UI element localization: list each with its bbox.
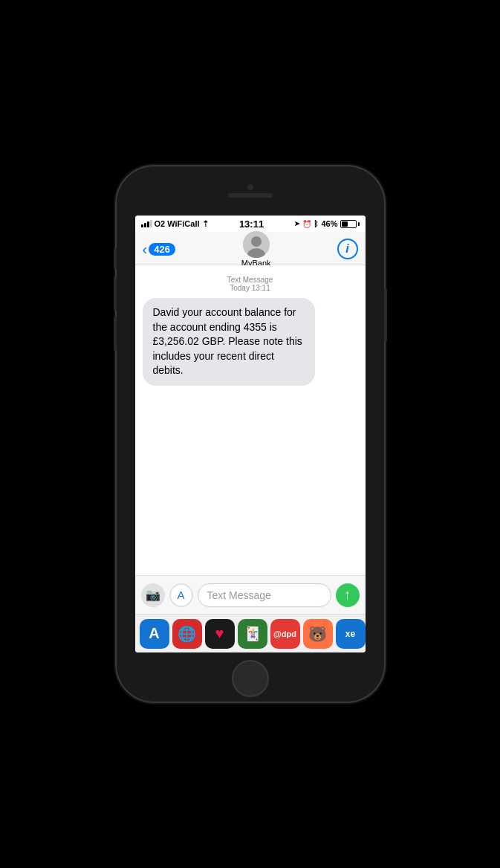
message-time-label: Today 13:11 <box>143 284 358 292</box>
home-button[interactable] <box>232 660 269 697</box>
volume-down-button[interactable] <box>114 317 117 351</box>
message-type-label: Text Message <box>143 276 358 284</box>
camera-button[interactable]: 📷 <box>141 583 165 607</box>
signal-bar-4 <box>150 220 152 227</box>
message-count-badge: 426 <box>149 243 175 256</box>
avatar <box>243 231 270 258</box>
dock-app-cards[interactable]: 🃏 <box>238 619 267 649</box>
messages-header: ‹ 426 MyBank i <box>135 232 366 265</box>
dock-app-dpd[interactable]: @dpd <box>270 619 300 649</box>
volume-up-button[interactable] <box>114 276 117 311</box>
wifi-icon: ⇡ <box>202 219 209 229</box>
alarm-icon: ⏰ <box>302 220 311 228</box>
mute-button[interactable] <box>114 248 117 269</box>
dock-app-browser[interactable]: 🌐 <box>172 619 202 649</box>
svg-point-1 <box>251 236 262 247</box>
carrier-label: O2 WiFiCall <box>155 219 200 228</box>
front-camera <box>247 184 253 190</box>
status-bar: O2 WiFiCall ⇡ 13:11 ➤ ⏰ ᛒ 46% <box>135 216 366 232</box>
dock-app-health[interactable]: ♥ <box>205 619 235 649</box>
avatar-svg <box>243 231 270 258</box>
info-icon: i <box>345 242 348 256</box>
send-icon: ↑ <box>344 588 351 601</box>
status-right: ➤ ⏰ ᛒ 46% <box>294 219 359 228</box>
message-input-placeholder: Text Message <box>207 589 271 601</box>
signal-icon <box>141 220 152 227</box>
appstore-icon: A <box>171 585 192 606</box>
message-input[interactable]: Text Message <box>198 583 331 607</box>
message-row: David your account balance for the accou… <box>143 298 358 386</box>
signal-bar-2 <box>144 223 146 227</box>
status-time: 13:11 <box>239 218 264 230</box>
camera-icon: 📷 <box>146 588 160 602</box>
xero-dock-icon: xe <box>345 629 355 639</box>
phone-screen: O2 WiFiCall ⇡ 13:11 ➤ ⏰ ᛒ 46% <box>135 216 366 652</box>
health-dock-icon: ♥ <box>215 625 224 642</box>
back-chevron-icon: ‹ <box>143 242 148 256</box>
dpd-dock-icon: @dpd <box>273 629 296 638</box>
status-left: O2 WiFiCall ⇡ <box>141 219 209 229</box>
input-bar: 📷 A Text Message ↑ <box>135 575 366 614</box>
phone-top-bar <box>117 166 384 216</box>
power-button[interactable] <box>384 289 387 341</box>
message-bubble: David your account balance for the accou… <box>143 298 315 386</box>
bluetooth-icon: ᛒ <box>314 219 319 228</box>
info-button[interactable]: i <box>337 239 358 259</box>
messages-area[interactable]: Text Message Today 13:11 David your acco… <box>135 265 366 575</box>
dock-app-game[interactable]: 🐻 <box>303 619 333 649</box>
contact-info[interactable]: MyBank <box>241 231 271 268</box>
appstore-button[interactable]: A <box>169 583 193 607</box>
cards-dock-icon: 🃏 <box>244 626 261 642</box>
location-icon: ➤ <box>294 220 300 227</box>
battery-icon <box>340 220 360 228</box>
signal-bar-3 <box>147 221 149 227</box>
back-button[interactable]: ‹ 426 <box>143 242 175 256</box>
battery-percent-label: 46% <box>321 219 337 228</box>
dock-app-appstore[interactable]: A <box>140 619 169 649</box>
appstore-dock-icon: A <box>149 625 159 642</box>
game-dock-icon: 🐻 <box>308 625 327 643</box>
header-nav: ‹ 426 MyBank i <box>135 232 366 265</box>
message-text: David your account balance for the accou… <box>153 306 302 376</box>
message-timestamp: Text Message Today 13:11 <box>143 276 358 292</box>
dock-app-xero[interactable]: xe <box>336 619 366 649</box>
app-dock: A 🌐 ♥ 🃏 @dpd 🐻 xe <box>135 614 366 652</box>
browser-dock-icon: 🌐 <box>178 625 196 643</box>
signal-bar-1 <box>141 224 143 227</box>
send-button[interactable]: ↑ <box>336 583 360 607</box>
earpiece-speaker <box>228 193 273 198</box>
phone-device: O2 WiFiCall ⇡ 13:11 ➤ ⏰ ᛒ 46% <box>117 166 384 702</box>
